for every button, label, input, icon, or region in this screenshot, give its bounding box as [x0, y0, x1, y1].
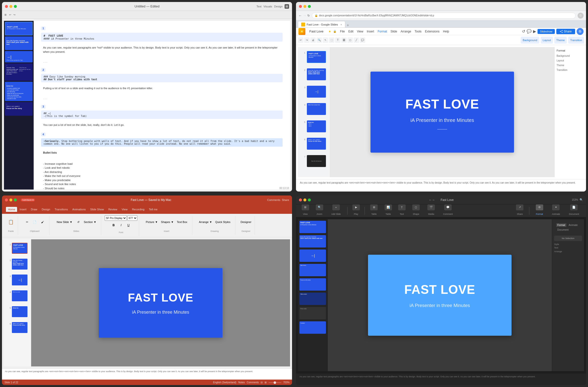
kn-slide-2[interactable]: Easy like Sunday morning Don't stuff you…: [299, 235, 326, 248]
url-bar[interactable]: 🔒 docs.google.com/presentation/d/1f-NcHr…: [312, 13, 576, 19]
slide-preview-3[interactable]: →|: [307, 86, 326, 98]
maximize-btn-3[interactable]: [14, 198, 17, 201]
undo-btn[interactable]: ↩: [9, 13, 11, 16]
menu-edit[interactable]: Edit: [347, 29, 355, 34]
view-outline[interactable]: ⊞: [265, 381, 267, 384]
notes-toggle[interactable]: Notes: [238, 381, 245, 384]
pp-slide-preview-5[interactable]: Bullet list: [12, 306, 27, 317]
ribbon-tab-view[interactable]: View: [120, 207, 130, 212]
slide-item-4[interactable]: 4 Wall of text content here: [300, 101, 328, 117]
sidebar-slide-1[interactable]: 1 FAST LOVE iA Presenter in three Minute…: [5, 22, 33, 35]
menu-file[interactable]: File: [339, 29, 346, 34]
transition-btn[interactable]: Transition: [568, 37, 584, 44]
text-icon[interactable]: T: [398, 204, 406, 210]
ribbon-tab-slideshow[interactable]: Slide Show: [88, 207, 106, 212]
slide-preview-4[interactable]: Wall of text content here: [307, 103, 326, 115]
pp-slide-item-5[interactable]: 5 Bullet list: [5, 304, 29, 319]
text-btn[interactable]: T: [335, 37, 341, 43]
forward-btn[interactable]: →: [303, 14, 306, 18]
chart-icon[interactable]: 📊: [385, 204, 392, 210]
cursor-btn[interactable]: ↖: [323, 37, 328, 43]
undo-btn[interactable]: ↩: [298, 37, 303, 43]
visuals-menu[interactable]: Visuals: [263, 5, 272, 8]
kn-slide-6[interactable]: Slide content: [299, 293, 326, 305]
user-avatar[interactable]: G: [578, 13, 584, 19]
active-tab[interactable]: Fast Love - Google Slides ×: [298, 21, 345, 28]
media-icon[interactable]: 🎬: [427, 204, 435, 210]
ia-editor[interactable]: 1 # FAST LOVE #### iA Presenter in three…: [34, 21, 290, 190]
font-size-select[interactable]: 677: [127, 215, 137, 221]
format-icon[interactable]: ⚙: [536, 204, 543, 210]
table-icon[interactable]: ⊞: [370, 204, 378, 210]
kn-slide-5[interactable]: Focus on the story: [299, 278, 326, 291]
quick-styles-btn[interactable]: Quick Styles: [214, 219, 232, 225]
comment-btn[interactable]: 💬: [360, 37, 365, 43]
pp-slide-preview-1[interactable]: FAST LOVE iA Presenter in three Minutes: [12, 243, 27, 254]
comments-btn[interactable]: Comments: [267, 198, 280, 201]
shape-icon[interactable]: ◻: [412, 204, 420, 210]
reload-btn[interactable]: ↻: [307, 14, 310, 17]
format-painter[interactable]: 🖌: [39, 219, 46, 225]
zoom-btn[interactable]: 🔍: [317, 37, 322, 43]
menu-format[interactable]: Format: [376, 29, 389, 34]
new-slide-btn[interactable]: New Slide ▼: [55, 219, 74, 225]
play-icon[interactable]: ▶: [352, 204, 360, 210]
menu-insert[interactable]: Insert: [365, 29, 376, 34]
kn-slide-4[interactable]: Wall of text...: [299, 264, 326, 276]
sidebar-toggle[interactable]: ⊞: [4, 13, 6, 16]
star-icon[interactable]: ★: [328, 30, 331, 33]
pp-slide-preview-2[interactable]: Easy like Sunday morning Don't stuff you…: [12, 259, 27, 270]
slide-preview-1[interactable]: FAST LOVE iA Presenter in three Minutes: [307, 51, 326, 63]
insert-shapes-btn[interactable]: Shapes ▼: [160, 219, 175, 225]
sidebar-slide-2[interactable]: 2 Easy like Sunday morning Don't stuff y…: [5, 36, 33, 50]
ribbon-tab-home[interactable]: Home: [6, 207, 17, 212]
pp-notes-area[interactable]: As you can see, regular text paragraphs …: [2, 368, 292, 380]
img-btn[interactable]: 🖼: [341, 37, 347, 43]
pp-slide-item-3[interactable]: 3 →|: [5, 273, 29, 287]
slide-item-2[interactable]: 2 Easy like Sunday morning Don't stuff y…: [300, 66, 328, 82]
arrange-option[interactable]: Arrange: [554, 250, 582, 253]
paste-btn[interactable]: 📋: [7, 219, 14, 225]
slide-item-6[interactable]: 6 Write it, cut it, paste it Focus on th…: [300, 136, 328, 152]
ribbon-tab-design[interactable]: Design: [40, 207, 52, 212]
kn-slide-1[interactable]: FAST LOVE iA Presenter in three Minutes: [299, 221, 326, 233]
pp-slide-item-1[interactable]: 1 FAST LOVE iA Presenter in three Minute…: [5, 241, 29, 256]
menu-view[interactable]: View: [355, 29, 365, 34]
keynote-notes-area[interactable]: As you can see, regular text paragraphs …: [296, 373, 586, 385]
redo-btn[interactable]: ↪: [304, 37, 310, 43]
kn-slide-7[interactable]: Photo slide: [299, 307, 326, 319]
ribbon-tab-draw[interactable]: Draw: [29, 207, 39, 212]
pp-slide-preview-3[interactable]: →|: [12, 275, 27, 285]
theme-option[interactable]: Theme: [557, 63, 582, 67]
ribbon-tab-recording[interactable]: Recording: [130, 207, 146, 212]
pp-slide-preview-4[interactable]: Wall of text slide: [12, 290, 27, 301]
maximize-button[interactable]: [14, 5, 17, 8]
slide-item-5[interactable]: 5 Bullet list - Item 1- Item 2- Item 3: [300, 118, 328, 134]
chat-icon[interactable]: 💬: [527, 29, 532, 34]
menu-arrange[interactable]: Arrange: [399, 29, 413, 34]
document-tab[interactable]: Document: [556, 228, 570, 232]
section-btn[interactable]: Section ▼: [82, 219, 98, 225]
slide-preview-2[interactable]: Easy like Sunday morning Don't stuff you…: [307, 68, 326, 80]
text-option[interactable]: Text: [554, 246, 582, 249]
sidebar-slide-5[interactable]: 5 Bullet list - Increase cognitive load …: [5, 82, 33, 101]
notes-area[interactable]: As you can see, regular text paragraphs …: [296, 179, 586, 192]
view-normal[interactable]: ⊟: [261, 381, 263, 384]
menu-tools[interactable]: Tools: [413, 29, 423, 34]
back-btn[interactable]: ←: [298, 14, 302, 18]
animate-icon[interactable]: ✦: [552, 204, 560, 210]
share-btn-pp[interactable]: Share: [282, 198, 289, 201]
design-menu[interactable]: Design: [274, 5, 283, 8]
transition-option[interactable]: Transition: [557, 68, 582, 72]
slide-item-1[interactable]: 1 FAST LOVE iA Presenter in three Minute…: [300, 49, 328, 65]
minimize-button[interactable]: [9, 5, 12, 8]
slide-item-7[interactable]: 7 See the full picture: [300, 153, 328, 169]
kn-slide-3[interactable]: →|: [299, 249, 326, 262]
insert-picture-btn[interactable]: Picture ▼: [145, 219, 159, 225]
sidebar-slide-4[interactable]: 4 Seriously. Stop bothering people with …: [5, 63, 33, 81]
select-btn[interactable]: ⬚: [329, 37, 334, 43]
close-button[interactable]: [5, 5, 8, 8]
reset-btn[interactable]: ↺: [75, 219, 82, 225]
close-btn-4[interactable]: [299, 198, 302, 201]
slide-preview-6[interactable]: Write it, cut it, paste it Focus on the …: [307, 138, 326, 150]
